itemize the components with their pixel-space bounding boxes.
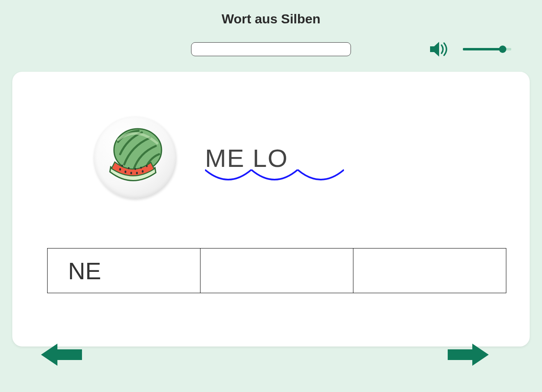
syllable-option-2[interactable]	[353, 248, 506, 293]
watermelon-icon	[102, 123, 169, 193]
prev-button[interactable]	[41, 342, 82, 367]
toolbar	[0, 39, 542, 59]
volume-thumb[interactable]	[499, 46, 506, 53]
svg-point-5	[141, 170, 143, 173]
sound-controls	[429, 41, 511, 58]
svg-point-3	[130, 172, 132, 174]
speaker-icon[interactable]	[429, 41, 451, 58]
svg-point-2	[124, 171, 126, 173]
svg-marker-11	[41, 344, 82, 366]
svg-point-4	[136, 172, 137, 174]
svg-point-1	[119, 168, 121, 171]
syllable-arcs	[205, 169, 344, 185]
svg-point-10	[146, 165, 148, 167]
arrow-left-icon	[41, 342, 82, 367]
next-button[interactable]	[448, 342, 489, 367]
word-row: ME LO	[94, 117, 509, 199]
word-display[interactable]: ME LO	[205, 144, 288, 173]
svg-marker-12	[448, 344, 489, 366]
word-image[interactable]	[94, 117, 176, 199]
answer-input[interactable]	[191, 42, 351, 56]
volume-slider[interactable]	[463, 45, 511, 53]
page-title: Wort aus Silben	[0, 0, 542, 27]
arrow-right-icon	[448, 342, 489, 367]
word-text: ME LO	[205, 144, 288, 173]
svg-point-9	[140, 166, 142, 169]
svg-point-6	[121, 164, 123, 166]
exercise-card: ME LO NE	[12, 72, 530, 346]
syllable-option-0[interactable]: NE	[48, 248, 200, 293]
svg-point-8	[134, 168, 136, 170]
volume-track-fill	[463, 48, 502, 50]
syllable-options: NE	[47, 248, 506, 293]
syllable-option-1[interactable]	[200, 248, 353, 293]
svg-point-7	[128, 167, 130, 169]
